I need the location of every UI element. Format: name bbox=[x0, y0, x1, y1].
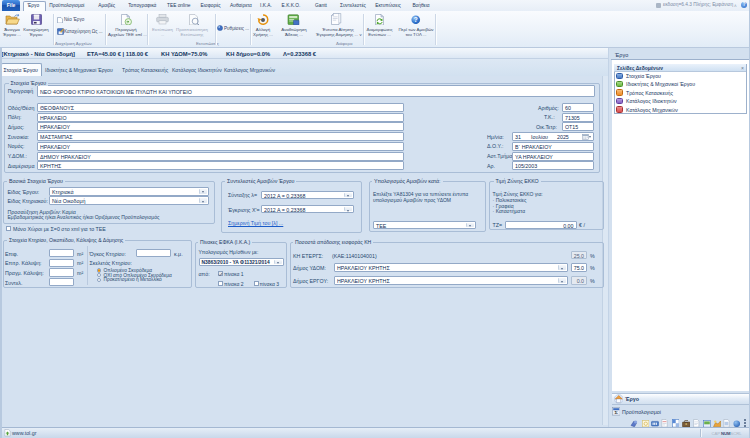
svg-text:?: ? bbox=[414, 15, 418, 22]
